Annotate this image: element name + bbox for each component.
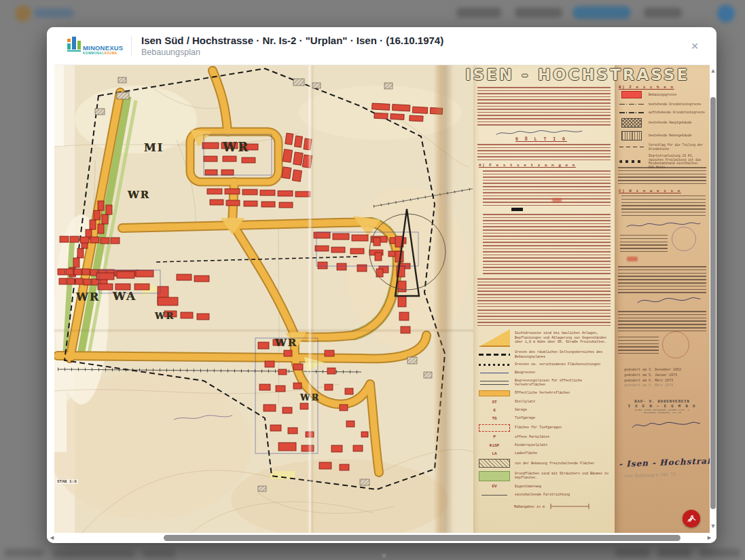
legend-label: offene Parkplätze bbox=[515, 435, 612, 440]
association-stamp: BAU- U. BODENVEREIN I S E N — E G M B H … bbox=[620, 399, 704, 414]
signature bbox=[635, 295, 703, 307]
legend-item: Grundflächen sind mit Sträuchern und Bäu… bbox=[477, 471, 612, 481]
zeichen-label: Bebauungsgrenze bbox=[649, 93, 706, 97]
scroll-right-arrow[interactable]: ► bbox=[706, 535, 712, 541]
background-footer-dot bbox=[382, 554, 386, 557]
red-stamp-smudge bbox=[627, 257, 638, 261]
legend-symbol bbox=[477, 354, 511, 356]
legend-item: Öffentliche Verkehrsflächen bbox=[477, 390, 612, 396]
legend-item: Flächen für Tiefgaragen bbox=[477, 424, 612, 432]
section-heading-hinweise: C) H i n w e i s e bbox=[619, 189, 681, 193]
modal-dialog: MINONEXUS KOMMUNALRÄUME Isen Süd / Hochs… bbox=[47, 27, 716, 543]
pdf-icon bbox=[686, 513, 697, 524]
zeichen-item: bestehende Nebengebäude bbox=[618, 131, 706, 141]
stamp-line: I S E N — E G M B H bbox=[620, 404, 704, 409]
legend-item: KiSP Kinderspielplatz bbox=[477, 443, 612, 448]
section-heading-festsetzungen: A) F e s t s e t z u n g e n bbox=[479, 163, 576, 168]
stamp-line: TELEFON (08083) 23 16 bbox=[620, 411, 704, 414]
scroll-up-arrow[interactable]: ▲ bbox=[710, 68, 716, 74]
zeichen-label: bestehende Hauptgebäude bbox=[649, 121, 706, 125]
handwritten-pencil-note: rote Änderung v. Okt. 73 bbox=[624, 472, 675, 479]
legend-item: G Garage bbox=[477, 407, 612, 413]
legend-symbol bbox=[477, 373, 511, 374]
amendment-entry: geändert am 6. März 1973 bbox=[624, 379, 681, 384]
legend-symbol: P bbox=[477, 434, 511, 439]
legend-item: einzuhaltende Firstrichtung bbox=[477, 492, 612, 498]
amendment-entry: geändert am 5. Januar 1973 bbox=[624, 373, 681, 379]
zone-label: WR bbox=[275, 337, 297, 349]
paragraph-lines bbox=[477, 87, 611, 128]
measure-note: Maßangaben in m bbox=[514, 505, 545, 509]
paragraph-lines bbox=[477, 278, 611, 307]
paragraph-lines bbox=[618, 311, 706, 331]
legend-symbol: KiSP bbox=[477, 443, 511, 448]
horizontal-scrollbar[interactable]: ◄ ► bbox=[47, 533, 716, 543]
zeichen-symbol bbox=[618, 131, 645, 141]
plan-stencil-title: ISEN - HOCHSTRASSE bbox=[465, 66, 710, 84]
background-logo-text bbox=[34, 8, 73, 18]
legend-label: Garage bbox=[515, 408, 612, 413]
vertical-scrollbar-thumb[interactable] bbox=[710, 97, 716, 509]
close-icon[interactable]: × bbox=[685, 37, 704, 56]
vertical-scrollbar[interactable]: ▲ ▼ bbox=[710, 64, 716, 533]
legend-label: Grenzen zw. verschiedenen Flächennutzung… bbox=[515, 362, 612, 367]
amendment-entry: geändert am 6. März 1974 bbox=[624, 384, 681, 389]
redaction-mark bbox=[511, 208, 523, 211]
background-footer-item bbox=[657, 548, 691, 557]
map-scale-note: STAB 1:0 bbox=[56, 479, 78, 484]
legend-symbol: G bbox=[477, 408, 511, 413]
zone-label: WR bbox=[155, 311, 175, 321]
brand-bars-icon bbox=[67, 37, 81, 51]
legend-label: Öffentliche Verkehrsflächen bbox=[515, 391, 612, 396]
document-scan-viewport[interactable]: MI WR WR WR WA WR WR WR STAB 1:0 G Ü L T… bbox=[54, 64, 710, 533]
zeichen-symbol bbox=[618, 118, 645, 128]
zeichen-legend: Bebauungsgrenze bestehende Grundstücksgr… bbox=[618, 91, 706, 172]
paragraph-lines bbox=[620, 235, 668, 253]
paragraph-lines bbox=[477, 310, 611, 326]
legend-item: Grenze des räumlichen Geltungsbereiches … bbox=[477, 350, 612, 359]
legend-symbol: EV bbox=[477, 484, 511, 489]
plan-stamp-column: B) Z e i c h e n Bebauungsgrenze bestehe… bbox=[615, 65, 710, 533]
zone-label: WR bbox=[128, 189, 150, 201]
legend-label: Begrenzungslinien für öffentliche Verkeh… bbox=[515, 379, 612, 388]
paragraph-lines bbox=[483, 214, 611, 275]
legend-symbol bbox=[477, 424, 511, 432]
legend-item: P offene Parkplätze bbox=[477, 434, 612, 440]
amendment-list: geändert am 3. Dezember 1952geändert am … bbox=[624, 368, 681, 389]
zeichen-symbol bbox=[618, 104, 645, 105]
legend-item: EV Eigentümerweg bbox=[477, 484, 612, 489]
pdf-download-button[interactable] bbox=[683, 510, 700, 527]
legend-label: Ladenfläche bbox=[515, 451, 612, 456]
brand-name: MINONEXUS bbox=[83, 45, 123, 52]
legend-label: Stellplatz bbox=[515, 400, 612, 405]
gueltig-note: G Ü L T I G bbox=[515, 137, 567, 142]
dimension-glyph bbox=[548, 503, 596, 510]
background-footer-item bbox=[143, 550, 175, 558]
legend-symbol bbox=[477, 364, 511, 366]
background-footer-item bbox=[4, 548, 43, 557]
zone-label: WR bbox=[76, 291, 100, 303]
signature bbox=[628, 418, 703, 432]
zeichen-item: bestehende Hauptgebäude bbox=[618, 118, 706, 128]
legend-label: Kinderspielplatz bbox=[515, 443, 612, 448]
background-nav-item bbox=[644, 7, 682, 18]
legend-abbr: LA bbox=[492, 451, 496, 456]
scroll-left-arrow[interactable]: ◄ bbox=[49, 535, 55, 541]
background-footer-item bbox=[699, 548, 740, 557]
horizontal-scrollbar-thumb[interactable] bbox=[164, 535, 680, 541]
background-nav-pill-button bbox=[573, 6, 631, 19]
paragraph-lines bbox=[618, 337, 659, 356]
legend-symbol bbox=[477, 459, 511, 468]
legend-item: LA Ladenfläche bbox=[477, 451, 612, 456]
zone-label: WA bbox=[113, 289, 137, 303]
scroll-down-arrow[interactable]: ▼ bbox=[710, 523, 716, 529]
plan-map: MI WR WR WR WA WR WR WR STAB 1:0 bbox=[54, 65, 473, 533]
legend-symbol bbox=[477, 381, 511, 385]
zone-label: MI bbox=[144, 141, 164, 154]
zeichen-label: aufzuhebende Grundstücksgrenze bbox=[649, 111, 706, 115]
legend-symbol bbox=[477, 390, 511, 396]
paper-crease bbox=[54, 329, 473, 333]
legend-item: Begrenzungslinien für öffentliche Verkeh… bbox=[477, 379, 612, 388]
plan-legend: Sichtdreiecke sind bei baulichen Anlagen… bbox=[477, 329, 612, 500]
zeichen-item: bestehende Grundstücksgrenze bbox=[618, 101, 706, 107]
